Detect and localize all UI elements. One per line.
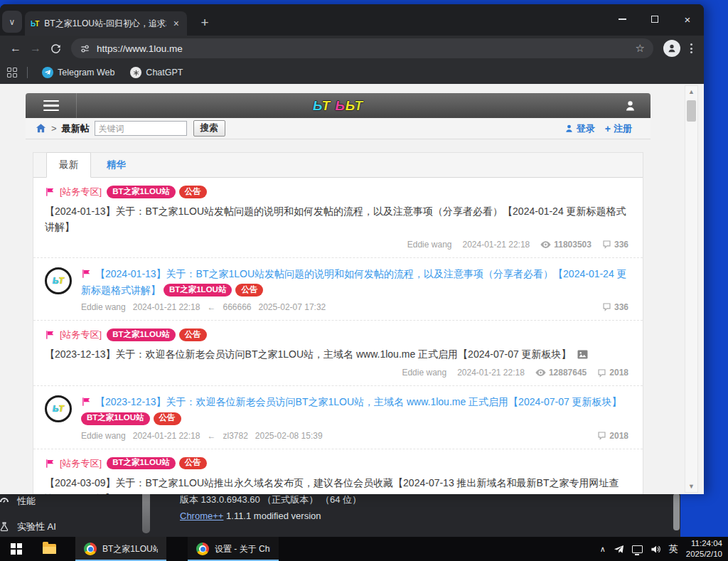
header-user-icon[interactable]	[624, 100, 636, 114]
post-date: 2024-01-21 22:18	[133, 302, 200, 312]
post-title[interactable]: 【2024-01-13】关于：BT之家1LOU站发帖问题的说明和如何发帖的流程，…	[45, 203, 628, 235]
scrollbar-thumb[interactable]	[687, 100, 696, 122]
post-badge[interactable]: BT之家1LOU站	[107, 457, 176, 470]
comment-icon	[602, 302, 611, 311]
taskbar-app-browser[interactable]: BT之家1LOU站-回...	[75, 537, 166, 561]
login-link[interactable]: 登录	[577, 122, 595, 135]
new-tab-button[interactable]: +	[195, 13, 215, 33]
post-title[interactable]: 【2023-12-13】关于：欢迎各位新老会员访问BT之家1LOU站，主域名 w…	[95, 396, 622, 407]
search-input[interactable]	[95, 121, 187, 136]
post-badge[interactable]: BT之家1LOU站	[107, 186, 176, 198]
start-button[interactable]	[0, 537, 33, 561]
bookmarks-bar: Telegram Web ChatGPT	[0, 61, 704, 84]
post-date: 2024-01-21 22:18	[462, 240, 530, 250]
window-minimize-button[interactable]	[606, 4, 638, 34]
settings-menu-label: 实验性 AI	[17, 520, 56, 533]
post-badge[interactable]: 公告	[235, 284, 263, 296]
post-comments: 2018	[597, 368, 628, 378]
tray-volume-icon[interactable]	[651, 544, 661, 555]
chrome-icon	[196, 543, 209, 555]
scroll-down-icon[interactable]: ▼	[685, 483, 697, 490]
flag-icon	[45, 186, 55, 198]
apps-grid-icon[interactable]	[7, 68, 17, 78]
reload-button[interactable]	[46, 38, 65, 58]
tab-digest[interactable]: 精华	[97, 153, 136, 177]
bookmark-star-icon[interactable]: ☆	[636, 42, 645, 55]
chatgpt-icon	[130, 67, 141, 78]
post-comments: 2018	[597, 431, 628, 441]
tab-search-button[interactable]: ∨	[2, 11, 22, 33]
flag-icon	[81, 268, 91, 279]
post-category[interactable]: [站务专区]	[60, 457, 102, 470]
post-author: Eddie wang	[81, 431, 126, 441]
search-button[interactable]: 搜索	[193, 120, 225, 137]
telegram-icon	[42, 67, 53, 78]
back-button[interactable]: ←	[6, 38, 26, 58]
ime-indicator[interactable]: 英	[669, 543, 678, 555]
tray-network-icon[interactable]	[632, 545, 643, 553]
tab-latest[interactable]: 最新	[46, 152, 91, 178]
last-reply-user: 666666	[223, 302, 251, 312]
post-title[interactable]: 【2023-12-13】关于：欢迎各位新老会员访问BT之家1LOU站，主域名 w…	[45, 346, 628, 363]
post-badge[interactable]: 公告	[154, 412, 181, 425]
taskbar-app-label: 设置 - 关于 Chro...	[215, 543, 270, 555]
register-link[interactable]: 注册	[614, 122, 632, 135]
tray-expand-icon[interactable]: ∧	[600, 545, 606, 554]
window-close-button[interactable]: ×	[671, 4, 704, 34]
user-avatar[interactable]: ЬТ	[45, 395, 72, 422]
post-category[interactable]: [站务专区]	[60, 186, 102, 198]
file-explorer-button[interactable]	[33, 537, 65, 561]
comment-icon	[597, 368, 606, 378]
taskbar: BT之家1LOU站-回... 设置 - 关于 Chro... ∧ 英 11:24…	[0, 537, 728, 561]
windows-logo-icon	[11, 543, 22, 555]
breadcrumb-separator: >	[51, 123, 57, 134]
page-scrollbar[interactable]: ▲ ▼	[685, 85, 698, 493]
taskbar-app-settings[interactable]: 设置 - 关于 Chro...	[188, 537, 279, 561]
clock-time: 11:24:04	[686, 538, 722, 549]
breadcrumb: > 最新帖 搜索 登录 + 注册	[26, 118, 651, 139]
bookmark-telegram[interactable]: Telegram Web	[38, 65, 119, 80]
taskbar-app-label: BT之家1LOU站-回...	[102, 543, 158, 555]
bookmark-chatgpt[interactable]: ChatGPT	[126, 65, 187, 80]
last-reply-date: 2025-02-07 17:32	[259, 302, 326, 312]
post-badge[interactable]: 公告	[179, 457, 207, 470]
site-settings-icon[interactable]	[80, 43, 90, 54]
post-badge[interactable]: BT之家1LOU站	[81, 412, 150, 425]
forum-tab-bar: 最新 精华	[33, 153, 643, 178]
address-bar[interactable]: https://www.1lou.me ☆	[71, 38, 653, 58]
chrome-plus-plus-link[interactable]: Chrome++	[180, 511, 223, 521]
window-maximize-button[interactable]	[638, 4, 671, 34]
scroll-up-icon[interactable]: ▲	[685, 88, 697, 95]
url-text[interactable]: https://www.1lou.me	[97, 43, 183, 54]
tab-close-icon[interactable]: ×	[171, 18, 181, 29]
settings-menu-performance[interactable]: 性能	[16, 495, 36, 508]
tray-telegram-icon[interactable]	[614, 544, 624, 555]
post-row: ЬТ 【2023-12-13】关于：欢迎各位新老会员访问BT之家1LOU站，主域…	[33, 386, 643, 449]
browser-toolbar: ← → https://www.1lou.me ☆	[0, 36, 704, 61]
last-reply-user: zl3782	[223, 431, 247, 441]
settings-scrollbar-thumb[interactable]	[142, 491, 150, 533]
hamburger-menu-icon[interactable]	[26, 93, 77, 118]
flag-icon	[45, 329, 55, 341]
post-badge[interactable]: 公告	[179, 186, 207, 198]
settings-menu-experimental-ai[interactable]: 实验性 AI	[16, 520, 56, 533]
flask-icon	[0, 521, 10, 533]
site-logo[interactable]: ЬТ ЬЬТ	[313, 98, 363, 114]
settings-right-scrollbar[interactable]	[673, 493, 680, 530]
flag-icon	[81, 396, 91, 407]
profile-button[interactable]	[663, 40, 680, 57]
post-author: Eddie wang	[402, 368, 446, 378]
site-header: ЬТ ЬЬТ	[26, 93, 651, 118]
post-badge[interactable]: BT之家1LOU站	[164, 284, 232, 296]
post-badge[interactable]: 公告	[179, 328, 207, 341]
taskbar-clock[interactable]: 11:24:04 2025/2/10	[686, 538, 722, 560]
post-title[interactable]: 【2024-03-09】关于：BT之家1LOU站推出永久域名发布页，建议各位会员…	[45, 475, 628, 494]
home-icon[interactable]	[36, 123, 46, 134]
post-category[interactable]: [站务专区]	[60, 328, 102, 341]
user-avatar[interactable]: ЬТ	[45, 267, 72, 294]
browser-tab[interactable]: ЬТ BT之家1LOU站-回归初心，追求极致 ×	[25, 11, 187, 36]
browser-menu-button[interactable]	[685, 43, 698, 53]
forward-button[interactable]: →	[26, 38, 46, 58]
post-badge[interactable]: BT之家1LOU站	[107, 328, 176, 341]
post-badges: BT之家1LOU站公告	[107, 457, 210, 470]
